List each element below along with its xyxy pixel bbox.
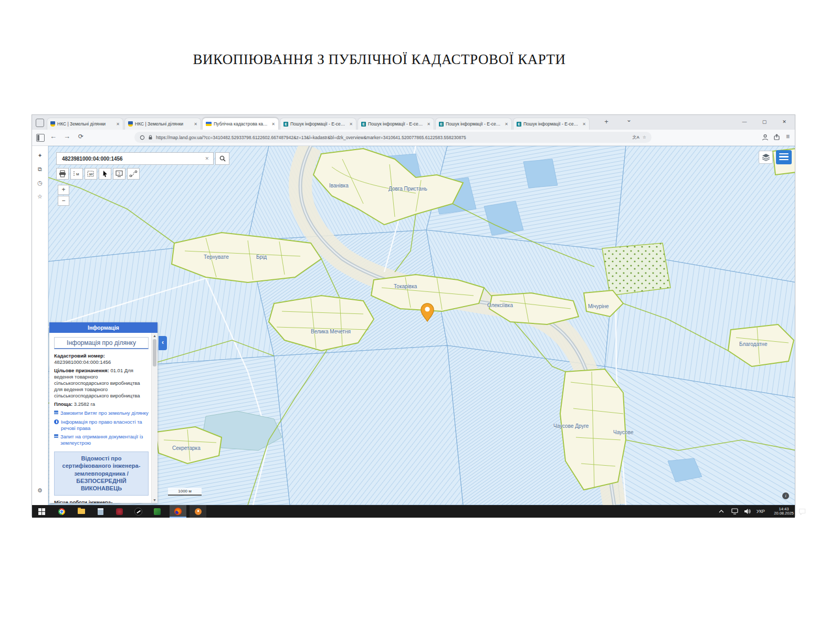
taskbar-firefox-icon[interactable] xyxy=(170,505,186,518)
browser-tab-eservices-1[interactable]: EПошук інформації - Е-сервіси✕ xyxy=(280,118,356,130)
map-menu-button[interactable] xyxy=(776,150,792,164)
measure-length-button[interactable]: м xyxy=(70,168,83,180)
browser-tab-eservices-2[interactable]: EПошук інформації - Е-сервіси✕ xyxy=(358,118,434,130)
cadastral-search-input[interactable] xyxy=(61,155,205,162)
tray-language-indicator[interactable]: УКР xyxy=(757,505,765,518)
back-button[interactable]: ← xyxy=(50,132,57,140)
map-toolbar: м м² ? xyxy=(56,168,140,180)
nks-favicon xyxy=(50,121,55,127)
tray-action-center-icon[interactable] xyxy=(799,505,806,518)
profile-icon[interactable] xyxy=(762,134,769,141)
order-extract-link[interactable]: Замовити Витяг про земельну ділянку xyxy=(54,410,149,416)
engineer-section-title: Відомості про сертифікованого інженера-з… xyxy=(54,452,149,495)
engineer-workplace-field: Місце роботи інженера-землевпорядника: П… xyxy=(54,499,149,503)
tray-volume-icon[interactable] xyxy=(744,505,751,518)
map-label: Секретарка xyxy=(172,445,201,451)
taskbar-app-red-icon[interactable] xyxy=(111,505,128,518)
browser-tab-eservices-3[interactable]: EПошук інформації - Е-сервіси✕ xyxy=(435,118,512,130)
hamburger-icon xyxy=(779,153,789,154)
tab-list-chevron-icon[interactable]: ⌄ xyxy=(624,116,634,125)
parcel-info-title: Інформація про ділянку xyxy=(54,337,149,349)
tab-close-icon[interactable]: ✕ xyxy=(271,122,275,127)
reload-button[interactable]: ⟳ xyxy=(78,133,83,140)
measure-length-icon: м xyxy=(72,170,81,177)
zoom-out-button[interactable]: − xyxy=(58,196,69,206)
browser-tab-nks-2[interactable]: НКС | Земельні ділянки✕ xyxy=(124,118,201,130)
help-button[interactable]: ? xyxy=(113,168,125,180)
window-close-button[interactable]: ✕ xyxy=(775,115,793,129)
tab-close-icon[interactable]: ✕ xyxy=(582,122,586,127)
taskbar-app-orange-icon[interactable] xyxy=(190,505,206,518)
display-icon xyxy=(731,508,738,514)
copilot-sparkle-icon[interactable]: ✦ xyxy=(32,152,48,159)
browser-tab-cadastral-map[interactable]: Публічна кадастрова карта Ук✕ xyxy=(202,118,279,130)
share-icon[interactable] xyxy=(773,134,780,141)
tab-close-icon[interactable]: ✕ xyxy=(194,122,197,127)
start-button[interactable] xyxy=(33,505,50,518)
tab-close-icon[interactable]: ✕ xyxy=(505,122,508,127)
chevron-up-icon xyxy=(719,509,724,513)
scroll-down-icon[interactable]: ▼ xyxy=(152,498,158,502)
taskbar-calculator-icon[interactable] xyxy=(92,505,109,518)
map-label: Чаусове Друге xyxy=(553,423,589,429)
map-label: Тернувате xyxy=(204,254,229,260)
scrollbar-thumb[interactable] xyxy=(153,339,156,366)
zoom-in-button[interactable]: + xyxy=(58,185,69,195)
panel-collapse-button[interactable]: ‹ xyxy=(159,336,167,350)
window-minimize-button[interactable]: — xyxy=(736,115,753,129)
browser-tab-nks-1[interactable]: НКС | Земельні ділянки✕ xyxy=(47,118,123,130)
route-icon xyxy=(129,170,138,177)
info-panel: Інформація Інформація про ділянку Кадаст… xyxy=(49,322,158,503)
ownership-info-link[interactable]: Інформація про право власності та речові… xyxy=(54,419,149,432)
measure-area-button[interactable]: м² xyxy=(85,168,97,180)
cadastral-map[interactable]: Іванівка Довга Пристань Тернувате Брід Т… xyxy=(48,146,795,505)
print-button[interactable] xyxy=(56,168,69,180)
tab-actions-icon[interactable] xyxy=(36,119,44,127)
select-cursor-button[interactable] xyxy=(99,168,111,180)
cadastral-number-field: Кадастровий номер:4823981000:04:000:1456 xyxy=(54,353,149,365)
route-button[interactable] xyxy=(127,168,140,180)
taskbar-app-green-icon[interactable] xyxy=(149,505,165,518)
layers-button[interactable] xyxy=(759,151,773,164)
clear-search-icon[interactable]: ✕ xyxy=(205,156,209,161)
cadastral-search-box: ✕ xyxy=(56,152,214,165)
sidebar-toggle-icon[interactable] xyxy=(36,134,45,142)
browser-tab-eservices-4[interactable]: EПошук інформації - Е-сервіси✕ xyxy=(513,118,590,130)
info-panel-header[interactable]: Інформація xyxy=(49,322,158,333)
map-label: Токарівка xyxy=(394,284,417,289)
speaker-icon xyxy=(744,508,751,514)
browser-tab-strip: НКС | Земельні ділянки✕ НКС | Земельні д… xyxy=(32,115,795,130)
url-text[interactable]: https://map.land.gov.ua/?cc=3410482.5293… xyxy=(156,135,629,140)
address-bar[interactable]: https://map.land.gov.ua/?cc=3410482.5293… xyxy=(134,132,652,143)
history-clock-icon[interactable]: ◷ xyxy=(32,180,48,186)
taskbar-explorer-icon[interactable] xyxy=(73,505,90,518)
tray-network-icon[interactable] xyxy=(731,505,738,518)
favorites-star-icon[interactable]: ☆ xyxy=(32,193,48,200)
devices-icon[interactable]: ⧉ xyxy=(32,166,48,173)
forward-button[interactable]: → xyxy=(64,132,70,140)
new-tab-button[interactable]: + xyxy=(602,117,611,127)
taskbar-chrome-icon[interactable] xyxy=(53,505,70,518)
info-panel-body: Інформація про ділянку Кадастровий номер… xyxy=(49,333,152,503)
document-page: ВИКОПІЮВАННЯ З ПУБЛІЧНОЇ КАДАСТРОВОЇ КАР… xyxy=(0,0,840,630)
tab-close-icon[interactable]: ✕ xyxy=(427,122,430,127)
settings-gear-icon[interactable]: ⚙ xyxy=(32,487,48,494)
eservice-favicon: E xyxy=(284,122,288,127)
map-attribution-button[interactable]: i xyxy=(782,492,789,499)
zoom-control: + − xyxy=(58,185,69,206)
favorite-star-icon[interactable]: ☆ xyxy=(643,135,646,140)
scroll-up-icon[interactable]: ▲ xyxy=(152,334,158,338)
window-maximize-button[interactable]: ▢ xyxy=(755,115,773,129)
tab-close-icon[interactable]: ✕ xyxy=(349,122,353,127)
browser-menu-icon[interactable]: ≡ xyxy=(786,133,790,140)
tab-close-icon[interactable]: ✕ xyxy=(116,122,120,127)
tray-show-hidden-icons[interactable] xyxy=(719,505,724,518)
tray-clock[interactable]: 14:4320.08.2025 xyxy=(771,505,796,518)
windows-taskbar: УКР 14:4320.08.2025 xyxy=(32,505,795,518)
taskbar-app-pen-icon[interactable] xyxy=(130,505,146,518)
search-button[interactable] xyxy=(215,152,229,165)
tracking-shield-icon xyxy=(140,135,145,140)
panel-scrollbar[interactable]: ▲ ▼ xyxy=(151,333,158,503)
translate-icon[interactable]: 文A xyxy=(632,134,639,140)
documentation-request-link[interactable]: Запит на отримання документації із земле… xyxy=(54,434,149,446)
